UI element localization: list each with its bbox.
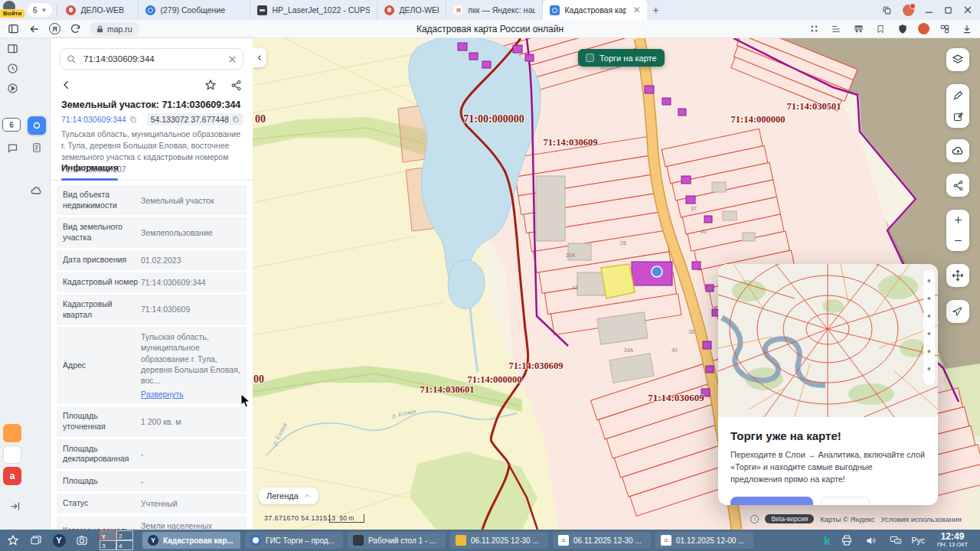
browser-tab[interactable]: ДЕЛО-WEB: [59, 0, 139, 20]
sidebar-toggle-icon[interactable]: [6, 22, 20, 36]
yandex-home-icon[interactable]: Я: [49, 23, 60, 34]
workspace-4[interactable]: 4: [116, 540, 133, 550]
clock[interactable]: 12:49 ПН, 13 ОКТ: [933, 532, 972, 548]
taskbar-task[interactable]: ≡06.11.2025 12-30 ...: [553, 532, 651, 549]
torgi-checkbox[interactable]: [586, 54, 594, 62]
back-icon[interactable]: [28, 22, 41, 36]
coords-text: 54.133072 37.677448: [151, 115, 229, 124]
tab-counter-button[interactable]: 6 ▼: [28, 3, 52, 17]
workspace-pager[interactable]: Y 2 3 4: [100, 530, 133, 550]
yandex-services-icon[interactable]: [3, 424, 21, 442]
cadastral-number-chip[interactable]: 71:14:030609:344: [61, 113, 141, 126]
folder-task-icon: [456, 535, 466, 546]
documents-icon[interactable]: [28, 139, 45, 156]
active-site-app-icon[interactable]: [28, 116, 46, 135]
copy-link-icon[interactable]: [882, 5, 892, 15]
window-switcher-icon[interactable]: [28, 532, 44, 549]
share-map-button[interactable]: [946, 174, 969, 197]
play-video-icon[interactable]: [4, 80, 21, 96]
gis-task-icon: [250, 535, 261, 546]
close-tab-icon[interactable]: ✕: [632, 5, 640, 15]
bookmark-flag-icon[interactable]: [874, 22, 887, 36]
legend-button[interactable]: Легенда: [259, 487, 318, 504]
user-extension-icon[interactable]: [918, 23, 929, 34]
pan-button[interactable]: [946, 264, 969, 287]
workspace-3[interactable]: 3: [100, 540, 116, 550]
poi-marker[interactable]: [652, 266, 662, 277]
screenshot-tool-icon[interactable]: [74, 532, 90, 549]
coords-chip[interactable]: 54.133072 37.677448: [147, 113, 243, 126]
display-settings-icon[interactable]: [887, 532, 904, 549]
printer-tray-icon[interactable]: [838, 532, 855, 549]
browser-profile-login[interactable]: Войти: [0, 0, 24, 20]
browser-tab[interactable]: ДЕЛО-WEB: [377, 0, 446, 20]
cloud-icon[interactable]: [28, 182, 45, 199]
favorites-star-icon[interactable]: [5, 532, 21, 549]
reload-icon[interactable]: [68, 22, 82, 36]
taskbar-task[interactable]: Рабочий стол 1 - ...: [348, 532, 446, 549]
enable-layer-button[interactable]: Включить слой: [730, 497, 813, 505]
tabs-grid-icon[interactable]: [807, 22, 821, 36]
login-button[interactable]: Войти: [0, 9, 24, 18]
browser-profile-avatar[interactable]: [903, 5, 914, 16]
doc-task-icon: ≡: [661, 535, 671, 546]
collapse-rail-icon[interactable]: [6, 497, 23, 514]
taskbar-task[interactable]: 06.11.2025 12-30 ...: [450, 532, 548, 549]
info-value: Земли населенных пунктов: [141, 520, 240, 530]
shield-extension-icon[interactable]: [896, 22, 910, 36]
workspace-1-active[interactable]: Y: [100, 530, 116, 540]
search-input[interactable]: [82, 54, 223, 64]
alice-icon[interactable]: a: [3, 467, 21, 485]
share-icon[interactable]: [230, 80, 242, 91]
terms-link[interactable]: Условия использования: [881, 515, 962, 523]
info-icon[interactable]: i: [750, 515, 759, 523]
new-tab-button[interactable]: +: [647, 4, 664, 16]
taskbar-task[interactable]: ≡01.12.2025 12-00 ...: [655, 532, 753, 549]
download-icon[interactable]: [960, 22, 974, 36]
zoom-out-button[interactable]: [946, 230, 969, 251]
address-bar[interactable]: map.ru: [90, 22, 139, 36]
info-value: -: [141, 476, 240, 487]
collapse-panel-button[interactable]: [253, 47, 266, 67]
browser-tab[interactable]: (279) Сообщение: [139, 0, 250, 20]
tab-information[interactable]: Информация: [61, 163, 119, 172]
assistant-icon[interactable]: [3, 445, 21, 464]
back-chevron-icon[interactable]: [61, 80, 72, 90]
minimize-icon[interactable]: [925, 6, 933, 15]
extensions-icon[interactable]: [938, 22, 952, 36]
yandex-browser-launcher-icon[interactable]: Y: [51, 532, 67, 549]
reading-list-icon[interactable]: [829, 22, 843, 36]
keyboard-layout[interactable]: Рус: [912, 536, 925, 545]
volume-icon[interactable]: [863, 532, 880, 549]
incognito-icon[interactable]: [851, 22, 865, 36]
copy-icon[interactable]: [129, 116, 137, 123]
chat-icon[interactable]: [4, 139, 21, 156]
workspace-2[interactable]: 2: [116, 530, 133, 540]
restore-window-icon[interactable]: [944, 6, 952, 15]
taskbar-task[interactable]: YКадастровая кар...: [142, 532, 240, 549]
zoom-in-button[interactable]: [946, 210, 969, 230]
later-button[interactable]: Позже: [821, 497, 870, 505]
taskbar-task[interactable]: ГИС Торги – прод...: [245, 532, 343, 549]
search-box[interactable]: [60, 48, 243, 70]
browser-tab[interactable]: Япкк — Яндекс: нашлось: [446, 0, 543, 20]
notifications-badge[interactable]: 6: [2, 118, 21, 132]
expand-link[interactable]: Развернуть: [141, 389, 184, 399]
selected-parcel[interactable]: [601, 264, 635, 298]
favorite-star-icon[interactable]: [204, 79, 217, 91]
copy-icon[interactable]: [232, 116, 240, 123]
upload-button[interactable]: [946, 139, 969, 162]
layers-button[interactable]: [946, 48, 969, 71]
panel-layout-icon[interactable]: [4, 40, 21, 57]
browser-tab[interactable]: HP_LaserJet_1022 - CUPS: [250, 0, 377, 20]
history-clock-icon[interactable]: [4, 60, 21, 77]
clear-search-icon[interactable]: [228, 55, 237, 64]
close-window-icon[interactable]: [963, 5, 972, 15]
ruler-button[interactable]: [946, 85, 969, 106]
torgi-map-toggle[interactable]: Торги на карте: [578, 49, 665, 67]
yandex-favicon-icon: Я: [453, 5, 463, 15]
edit-button[interactable]: [946, 106, 969, 128]
kaspersky-icon[interactable]: k: [824, 534, 830, 547]
locate-button[interactable]: [946, 300, 969, 323]
browser-tab[interactable]: Кадастровая карта Ро✕: [543, 0, 647, 20]
